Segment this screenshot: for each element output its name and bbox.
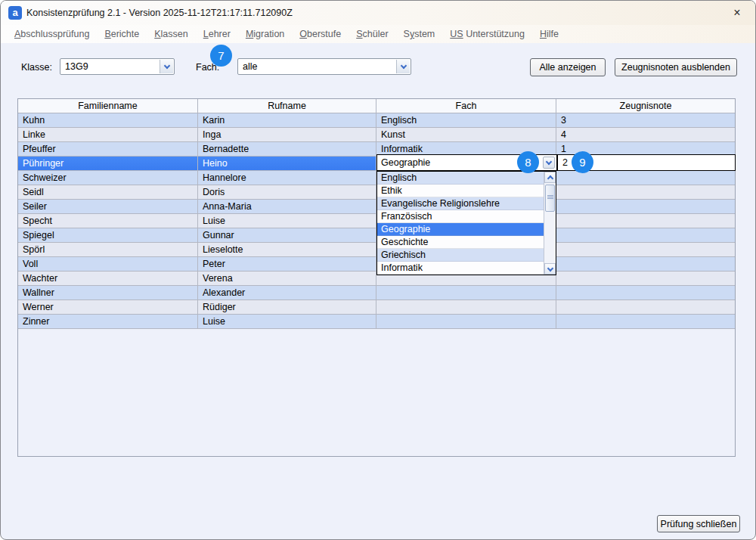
- cell-familienname: Werner: [18, 300, 198, 314]
- fach-dropdown-value: alle: [243, 61, 257, 72]
- annotation-badge-9: 9: [572, 151, 593, 173]
- cell-zeugnisnote: [556, 185, 735, 199]
- fach-option[interactable]: Englisch: [377, 172, 544, 185]
- fach-option[interactable]: Geographie: [377, 223, 544, 236]
- fach-options-column: EnglischEthikEvangelische Religionslehre…: [377, 172, 544, 275]
- cell-familienname: Seiler: [18, 200, 198, 213]
- table-row[interactable]: ZinnerLuise: [18, 315, 735, 329]
- fach-option[interactable]: Geschichte: [377, 236, 544, 249]
- cell-zeugnisnote: [556, 200, 735, 213]
- cell-familienname: Kuhn: [18, 113, 198, 127]
- menu-bar: AbschlussprüfungBerichteKlassenLehrerMig…: [1, 25, 755, 43]
- menu-item-system[interactable]: System: [396, 29, 443, 39]
- menu-item-abschlussprüfung[interactable]: Abschlussprüfung: [7, 29, 97, 39]
- cell-zeugnisnote: [556, 300, 735, 314]
- cell-rufname: Luise: [198, 214, 376, 228]
- cell-familienname: Schweizer: [18, 171, 198, 185]
- cell-fach: [376, 286, 556, 299]
- window-title: Konsistenzprüfung 2.1 - Version 2025-11-…: [26, 8, 293, 18]
- scroll-up-icon[interactable]: [544, 172, 556, 183]
- cell-familienname: Pühringer: [18, 157, 198, 170]
- cell-rufname: Alexander: [198, 286, 376, 299]
- app-icon: a: [8, 6, 22, 20]
- column-header-zeugnisnote[interactable]: Zeugnisnote: [556, 99, 735, 113]
- table-header-row: FamiliennameRufnameFachZeugnisnote: [18, 99, 735, 113]
- show-all-button[interactable]: Alle anzeigen: [530, 58, 606, 76]
- cell-familienname: Wallner: [18, 286, 198, 299]
- table-row[interactable]: KuhnKarinEnglisch3: [18, 113, 735, 128]
- menu-item-hilfe[interactable]: Hilfe: [532, 29, 566, 39]
- fach-option[interactable]: Griechisch: [377, 249, 544, 262]
- cell-fach: Kunst: [376, 128, 556, 141]
- cell-rufname: Gunnar: [198, 228, 376, 242]
- cell-rufname: Hannelore: [198, 171, 376, 185]
- cell-zeugnisnote: [556, 214, 735, 228]
- menu-item-migration[interactable]: Migration: [238, 29, 292, 39]
- cell-familienname: Pfeuffer: [18, 142, 198, 156]
- close-check-button[interactable]: Prüfung schließen: [657, 515, 740, 532]
- cell-fach: Englisch: [376, 113, 556, 127]
- scroll-down-icon[interactable]: [544, 263, 556, 275]
- klasse-label: Klasse:: [21, 62, 52, 73]
- cell-zeugnisnote: [556, 315, 735, 328]
- cell-zeugnisnote: [556, 228, 735, 242]
- column-header-familienname[interactable]: Familienname: [18, 99, 198, 113]
- menu-item-klassen[interactable]: Klassen: [147, 29, 195, 39]
- cell-rufname: Rüdiger: [198, 300, 376, 314]
- cell-familienname: Wachter: [18, 272, 198, 285]
- table-row[interactable]: WernerRüdiger: [18, 300, 735, 315]
- table-row[interactable]: LinkeIngaKunst4: [18, 128, 735, 142]
- fach-option[interactable]: Evangelische Religionslehre: [377, 197, 544, 210]
- cell-rufname: Heino: [198, 157, 376, 170]
- menu-item-lehrer[interactable]: Lehrer: [196, 29, 238, 39]
- menu-item-us-unterstützung[interactable]: US Unterstützung: [442, 29, 532, 39]
- cell-rufname: Anna-Maria: [198, 200, 376, 213]
- cell-familienname: Spörl: [18, 243, 198, 256]
- cell-zeugnisnote: [556, 272, 735, 285]
- chevron-down-icon[interactable]: [160, 60, 173, 73]
- list-scrollbar[interactable]: [544, 172, 556, 275]
- cell-familienname: Zinner: [18, 315, 198, 328]
- klasse-dropdown-value: 13G9: [65, 61, 88, 72]
- fach-option[interactable]: Ethik: [377, 185, 544, 197]
- menu-item-oberstufe[interactable]: Oberstufe: [292, 29, 349, 39]
- cell-rufname: Peter: [198, 257, 376, 271]
- app-window: a Konsistenzprüfung 2.1 - Version 2025-1…: [0, 0, 756, 540]
- close-icon[interactable]: ×: [730, 5, 745, 20]
- cell-familienname: Linke: [18, 128, 198, 141]
- cell-zeugnisnote: [556, 257, 735, 271]
- cell-fach: [376, 315, 556, 328]
- cell-familienname: Specht: [18, 214, 198, 228]
- fach-options-list: EnglischEthikEvangelische Religionslehre…: [376, 171, 556, 275]
- fach-option[interactable]: Französisch: [377, 210, 544, 223]
- annotation-badge-7: 7: [210, 45, 232, 67]
- annotation-badge-8: 8: [517, 151, 539, 173]
- cell-rufname: Luise: [198, 315, 376, 328]
- cell-zeugnisnote: 4: [556, 128, 735, 141]
- scrollbar-thumb[interactable]: [545, 185, 555, 212]
- cell-zeugnisnote: [556, 243, 735, 256]
- cell-familienname: Voll: [18, 257, 198, 271]
- column-header-fach[interactable]: Fach: [376, 99, 556, 113]
- chevron-down-icon[interactable]: [543, 157, 555, 169]
- menu-item-berichte[interactable]: Berichte: [97, 29, 147, 39]
- table-row[interactable]: WallnerAlexander: [18, 286, 735, 300]
- cell-familienname: Seidl: [18, 185, 198, 199]
- column-header-rufname[interactable]: Rufname: [198, 99, 376, 113]
- fach-dropdown[interactable]: alle: [237, 58, 411, 75]
- chevron-down-icon[interactable]: [396, 60, 410, 73]
- hide-grades-button[interactable]: Zeugnisnoten ausblenden: [615, 58, 737, 76]
- cell-fach: [376, 300, 556, 314]
- cell-rufname: Inga: [198, 128, 376, 141]
- klasse-dropdown[interactable]: 13G9: [60, 58, 175, 75]
- cell-rufname: Doris: [198, 185, 376, 199]
- cell-rufname: Verena: [198, 272, 376, 285]
- fach-option[interactable]: Informatik: [377, 262, 544, 275]
- cell-rufname: Karin: [198, 113, 376, 127]
- cell-zeugnisnote: 3: [556, 113, 735, 127]
- title-bar: a Konsistenzprüfung 2.1 - Version 2025-1…: [1, 1, 755, 25]
- fach-cell-combobox-value: Geographie: [381, 157, 430, 168]
- cell-rufname: Lieselotte: [198, 243, 376, 256]
- cell-zeugnisnote: [556, 286, 735, 299]
- menu-item-schüler[interactable]: Schüler: [349, 29, 395, 39]
